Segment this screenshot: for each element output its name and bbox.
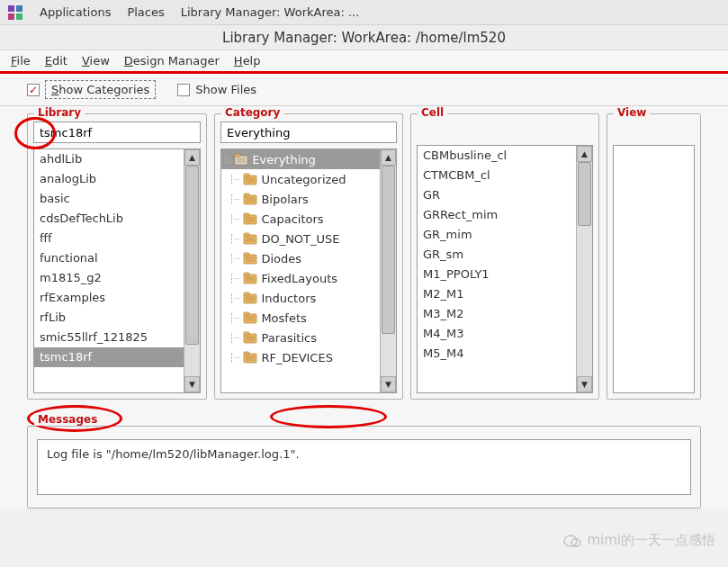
tree-item[interactable]: ┆┈Capacitors: [221, 209, 380, 229]
list-item[interactable]: tsmc18rf: [34, 347, 184, 367]
show-categories-label: Show Categories: [45, 80, 156, 99]
window-title: Library Manager: WorkArea: /home/lm520: [0, 25, 728, 50]
window-switcher[interactable]: Library Manager: WorkArea: ...: [181, 5, 360, 19]
category-panel: Category ⊟Everything ┆┈Uncategorized ┆┈B…: [214, 113, 403, 400]
tree-branch-icon: ┆┈: [223, 194, 239, 204]
scroll-down-icon[interactable]: ▼: [381, 376, 396, 392]
category-panel-title: Category: [221, 106, 283, 119]
list-item[interactable]: smic55llrf_121825: [34, 328, 184, 347]
list-item[interactable]: rfExamples: [34, 288, 184, 308]
cell-panel: Cell CBMbusline_clCTMCBM_clGRGRRect_mimG…: [410, 113, 599, 400]
menubar: File Edit View Design Manager Help: [0, 50, 728, 74]
list-item[interactable]: basic: [34, 189, 184, 209]
library-panel-title: Library: [34, 106, 85, 119]
tree-item[interactable]: ┆┈Bipolars: [221, 189, 380, 209]
svg-rect-10: [244, 174, 249, 176]
cell-list[interactable]: CBMbusline_clCTMCBM_clGRGRRect_mimGR_mim…: [418, 146, 576, 392]
tree-branch-icon: ┆┈: [223, 353, 239, 363]
applications-menu[interactable]: Applications: [40, 5, 111, 19]
tree-branch-icon: ┆┈: [223, 254, 239, 264]
list-item[interactable]: m1815_g2: [34, 268, 184, 288]
show-files-label: Show Files: [195, 83, 256, 96]
scroll-down-icon[interactable]: ▼: [577, 376, 592, 392]
view-panel-title: View: [614, 106, 650, 119]
menu-view[interactable]: View: [82, 54, 110, 68]
scroll-up-icon[interactable]: ▲: [184, 149, 200, 166]
tree-item[interactable]: ┆┈FixedLayouts: [221, 268, 380, 288]
tree-branch-icon: ┆┈: [223, 313, 239, 323]
library-list[interactable]: ahdlLibanalogLibbasiccdsDefTechLibffffun…: [34, 149, 184, 392]
list-item[interactable]: GR_sm: [418, 245, 576, 265]
list-item[interactable]: analogLib: [34, 169, 184, 189]
list-item[interactable]: M2_M1: [418, 284, 576, 304]
tree-branch-icon: ┆┈: [223, 293, 239, 303]
scroll-up-icon[interactable]: ▲: [577, 146, 592, 162]
menu-edit[interactable]: Edit: [45, 54, 67, 68]
desktop-topbar: Applications Places Library Manager: Wor…: [0, 0, 728, 25]
list-item[interactable]: GRRect_mim: [418, 205, 576, 225]
cell-panel-title: Cell: [418, 106, 447, 119]
library-panel: Library ahdlLibanalogLibbasiccdsDefTechL…: [27, 113, 207, 400]
tree-branch-icon: ┆┈: [223, 333, 239, 343]
toolbar-row: Show Categories Show Files: [0, 74, 728, 106]
svg-point-60: [571, 539, 580, 546]
list-item[interactable]: functional: [34, 248, 184, 268]
messages-title: Messages: [34, 413, 101, 426]
tree-item[interactable]: ┆┈DO_NOT_USE: [221, 229, 380, 248]
category-filter-input[interactable]: [220, 122, 397, 143]
svg-rect-40: [244, 292, 249, 295]
scroll-up-icon[interactable]: ▲: [381, 149, 396, 166]
show-files-checkbox[interactable]: [177, 84, 190, 96]
tree-item[interactable]: ┆┈Mosfets: [221, 308, 380, 328]
tree-item[interactable]: ┆┈Inductors: [221, 288, 380, 308]
list-item[interactable]: GR: [418, 185, 576, 205]
tree-item[interactable]: ┆┈Parasitics: [221, 328, 380, 347]
svg-rect-45: [244, 312, 249, 315]
list-item[interactable]: M1_PPOLY1: [418, 265, 576, 284]
list-item[interactable]: rfLib: [34, 308, 184, 328]
menu-design-manager[interactable]: Design Manager: [124, 54, 220, 68]
messages-section: Messages Log file is "/home/lm520/libMan…: [0, 403, 728, 508]
tree-branch-icon: ⊟: [223, 155, 230, 165]
tree-item[interactable]: ┆┈Diodes: [221, 248, 380, 268]
scroll-down-icon[interactable]: ▼: [184, 376, 200, 392]
svg-point-59: [564, 536, 577, 546]
svg-rect-5: [235, 154, 240, 157]
tree-item[interactable]: ┆┈Uncategorized: [221, 169, 380, 189]
list-item[interactable]: GR_mim: [418, 225, 576, 245]
places-menu[interactable]: Places: [127, 5, 164, 19]
applications-icon: [7, 4, 23, 21]
list-item[interactable]: M3_M2: [418, 304, 576, 324]
menu-file[interactable]: File: [11, 54, 31, 68]
watermark: mimi的一天一点感悟: [563, 532, 715, 549]
tree-item[interactable]: ⊟Everything: [221, 149, 380, 169]
menu-help[interactable]: Help: [234, 54, 261, 68]
list-item[interactable]: fff: [34, 229, 184, 248]
library-scrollbar[interactable]: ▲ ▼: [184, 149, 200, 392]
svg-rect-20: [244, 213, 249, 216]
show-categories-checkbox[interactable]: [27, 84, 40, 96]
list-item[interactable]: ahdlLib: [34, 149, 184, 169]
svg-rect-2: [8, 14, 14, 20]
category-scrollbar[interactable]: ▲ ▼: [380, 149, 396, 392]
messages-log: Log file is "/home/lm520/libManager.log.…: [37, 439, 691, 495]
library-filter-input[interactable]: [33, 122, 201, 143]
panels-container: Library ahdlLibanalogLibbasiccdsDefTechL…: [0, 106, 728, 403]
list-item[interactable]: cdsDefTechLib: [34, 209, 184, 229]
list-item[interactable]: M5_M4: [418, 344, 576, 364]
tree-branch-icon: ┆┈: [223, 274, 239, 284]
svg-rect-35: [244, 273, 249, 275]
category-tree[interactable]: ⊟Everything ┆┈Uncategorized ┆┈Bipolars ┆…: [221, 149, 380, 392]
tree-item[interactable]: ┆┈RF_DEVICES: [221, 347, 380, 367]
list-item[interactable]: CBMbusline_cl: [418, 146, 576, 166]
list-item[interactable]: M4_M3: [418, 324, 576, 344]
cell-scrollbar[interactable]: ▲ ▼: [576, 146, 592, 392]
view-list[interactable]: [614, 146, 694, 392]
tree-branch-icon: ┆┈: [223, 175, 239, 184]
svg-rect-3: [16, 14, 22, 20]
list-item[interactable]: CTMCBM_cl: [418, 166, 576, 185]
tree-branch-icon: ┆┈: [223, 214, 239, 224]
view-panel: View: [607, 113, 701, 400]
svg-rect-25: [244, 233, 249, 236]
svg-rect-1: [16, 5, 22, 12]
